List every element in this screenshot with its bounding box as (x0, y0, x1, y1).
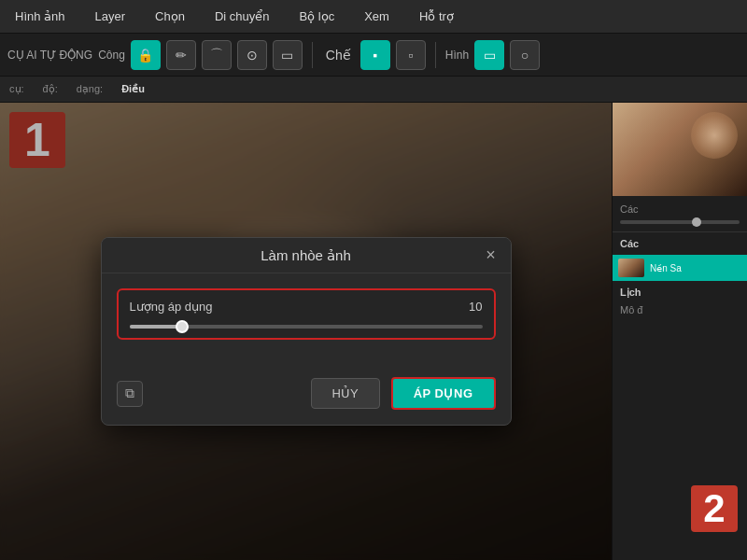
dialog-overlay: Làm nhòe ảnh × Lượng áp dụng 10 (0, 103, 612, 560)
sub-toolbar: cụ: độ: dạng: Điều (0, 77, 747, 103)
panel-layer-item[interactable]: Nền Sa (613, 255, 747, 281)
dialog-titlebar: Làm nhòe ảnh × (102, 238, 511, 273)
che-label: Chế (322, 48, 355, 63)
blur-dialog: Làm nhòe ảnh × Lượng áp dụng 10 (101, 237, 512, 426)
dialog-footer: ⧉ HỦY ÁP DỤNG (102, 373, 511, 425)
separator-2 (435, 42, 436, 68)
canvas-area: 1 Làm nhòe ảnh × Lượng áp dụng 10 (0, 103, 612, 560)
amount-header: Lượng áp dụng 10 (130, 300, 483, 314)
panel-cac-label: Các (620, 203, 740, 215)
blur-slider-track[interactable] (130, 325, 483, 329)
badge-number-2: 2 (691, 485, 738, 532)
panel-slider-section: Các (613, 196, 747, 232)
toolbar: CỤ AI TỰ ĐỘNG Công 🔒 ✏ ⌒ ⊙ ▭ Chế ▪ ▫ Hìn… (0, 34, 747, 77)
panel-mode-label: Mô đ (613, 304, 747, 315)
amount-label: Lượng áp dụng (130, 300, 213, 314)
panel-layer-thumbnail (618, 259, 644, 277)
shape-circle[interactable]: ○ (510, 40, 540, 70)
tool-lasso[interactable]: ⊙ (237, 40, 267, 70)
blend-tool-2[interactable]: ▫ (396, 40, 426, 70)
dieu-sub-label: Điều (121, 83, 145, 95)
cu-sub-label: cụ: (9, 83, 24, 95)
panel-slider-thumb[interactable] (692, 217, 701, 227)
amount-value: 10 (469, 300, 482, 314)
panel-history-title: Lịch (613, 281, 747, 304)
panel-slider[interactable] (620, 220, 740, 224)
menu-layer[interactable]: Layer (90, 6, 132, 27)
tool-lock[interactable]: 🔒 (131, 40, 161, 70)
blur-slider-thumb[interactable] (176, 320, 189, 333)
ai-auto-label: CỤ AI TỰ ĐỘNG (7, 49, 92, 62)
do-sub-label: độ: (43, 83, 58, 95)
dialog-body: Lượng áp dụng 10 (102, 273, 511, 373)
dialog-close-button[interactable]: × (481, 245, 501, 266)
menu-xem[interactable]: Xem (359, 6, 395, 27)
menu-hinh-anh[interactable]: Hình ảnh (9, 6, 71, 27)
tool-pen[interactable]: ⌒ (202, 40, 232, 70)
blur-slider-fill (130, 325, 183, 329)
separator-1 (312, 42, 313, 68)
menu-di-chuyen[interactable]: Di chuyển (209, 6, 275, 27)
main-area: 1 Làm nhòe ảnh × Lượng áp dụng 10 (0, 103, 747, 560)
menu-ho-tro[interactable]: Hỗ trợ (414, 6, 459, 27)
cong-label: Công (98, 49, 125, 62)
menu-bo-loc[interactable]: Bộ lọc (294, 6, 341, 27)
amount-section: Lượng áp dụng 10 (117, 288, 496, 340)
tool-rect-select[interactable]: ▭ (273, 40, 303, 70)
blend-tool-1[interactable]: ▪ (360, 40, 390, 70)
menu-bar: Hình ảnh Layer Chọn Di chuyển Bộ lọc Xem… (0, 0, 747, 34)
shape-rect[interactable]: ▭ (474, 40, 504, 70)
dialog-title: Làm nhòe ảnh (261, 247, 351, 264)
right-panel: Các Các Nền Sa Lịch Mô đ 2 (612, 103, 747, 560)
hinh-label: Hình (445, 49, 469, 62)
panel-layer-name: Nền Sa (650, 263, 682, 273)
dang-sub-label: dạng: (77, 83, 103, 95)
panel-thumbnail (613, 103, 747, 196)
menu-chon[interactable]: Chọn (149, 6, 190, 27)
apply-button[interactable]: ÁP DỤNG (391, 377, 496, 410)
tool-brush[interactable]: ✏ (166, 40, 196, 70)
preview-toggle-button[interactable]: ⧉ (117, 381, 143, 407)
cancel-button[interactable]: HỦY (311, 378, 380, 409)
panel-layer-section-title: Các (613, 232, 747, 255)
